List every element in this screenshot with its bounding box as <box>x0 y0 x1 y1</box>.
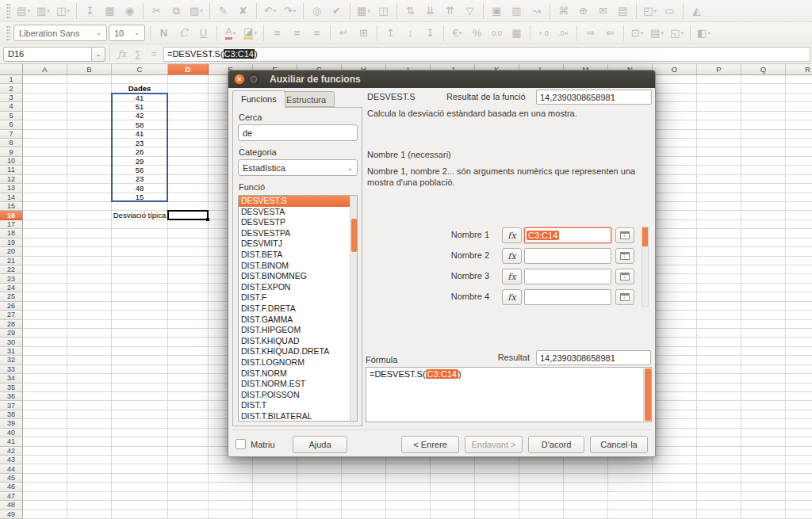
cell-C39[interactable] <box>112 419 168 428</box>
function-list-item[interactable]: DIST.KHIQUAD <box>239 336 357 347</box>
cell-B29[interactable] <box>67 329 112 338</box>
cell-O25[interactable] <box>653 292 697 301</box>
cell-R39[interactable] <box>786 419 812 428</box>
cell-C47[interactable] <box>112 492 168 501</box>
argument-input[interactable]: C3:C14 <box>524 227 611 243</box>
cell-A5[interactable] <box>23 112 67 120</box>
cell-C46[interactable] <box>112 483 168 491</box>
open-icon[interactable]: ▥▾ <box>34 2 52 20</box>
cell-A1[interactable] <box>23 75 67 84</box>
cell-R37[interactable] <box>786 401 812 410</box>
cell-A14[interactable] <box>23 193 67 202</box>
dropdown-arrow-icon[interactable]: ▾ <box>27 8 30 14</box>
cell-C30[interactable] <box>112 338 168 346</box>
cell-Q35[interactable] <box>741 384 786 392</box>
cell-Q13[interactable] <box>741 184 786 193</box>
cell-B15[interactable] <box>67 202 112 211</box>
cell-B21[interactable] <box>67 257 112 265</box>
cell-O39[interactable] <box>653 419 697 428</box>
cell-C21[interactable] <box>112 257 168 265</box>
cell-J48[interactable] <box>431 501 475 509</box>
cell-Q4[interactable] <box>741 102 786 111</box>
cell-D6[interactable] <box>168 120 209 129</box>
row-header-7[interactable]: 7 <box>0 130 23 139</box>
cell-Q33[interactable] <box>741 365 786 374</box>
toolbar-grip[interactable] <box>6 25 10 41</box>
cell-O41[interactable] <box>653 437 697 446</box>
row-header-13[interactable]: 13 <box>0 184 23 193</box>
cell-D34[interactable] <box>168 374 209 383</box>
cell-O1[interactable] <box>653 75 697 84</box>
decrease-indent-icon[interactable]: ⇐ <box>601 25 619 42</box>
cell-Q7[interactable] <box>741 130 786 139</box>
cell-D45[interactable] <box>168 474 209 483</box>
cell-C24[interactable] <box>112 284 168 292</box>
cell-O31[interactable] <box>653 347 697 356</box>
argument-input[interactable] <box>524 289 611 305</box>
cell-H46[interactable] <box>342 483 386 491</box>
cell-I46[interactable] <box>386 483 431 491</box>
cell-B39[interactable] <box>67 419 112 428</box>
cell-P45[interactable] <box>697 474 741 483</box>
name-box[interactable]: D16 <box>3 47 92 62</box>
print-icon[interactable]: ▦ <box>101 2 119 20</box>
cell-D17[interactable] <box>168 220 209 229</box>
cell-Q19[interactable] <box>741 239 786 247</box>
cell-D3[interactable] <box>168 93 209 102</box>
cell-C19[interactable] <box>112 239 168 247</box>
cell-A21[interactable] <box>23 257 67 265</box>
cell-P12[interactable] <box>697 175 741 184</box>
cell-K44[interactable] <box>475 464 519 473</box>
cell-Q41[interactable] <box>741 437 786 446</box>
cell-Q39[interactable] <box>741 419 786 428</box>
cell-Q24[interactable] <box>741 284 786 292</box>
cell-O48[interactable] <box>653 501 697 509</box>
dropdown-arrow-icon[interactable]: ▾ <box>680 30 684 36</box>
cell-A36[interactable] <box>23 392 67 401</box>
fx-button[interactable]: fx <box>502 248 522 264</box>
cell-K49[interactable] <box>475 510 519 519</box>
fx-button[interactable]: fx <box>502 269 522 284</box>
cell-Q45[interactable] <box>741 474 786 483</box>
cell-M45[interactable] <box>564 474 608 483</box>
cell-B13[interactable] <box>67 184 112 193</box>
cell-O47[interactable] <box>653 492 697 501</box>
cell-Q38[interactable] <box>741 410 786 419</box>
cell-N45[interactable] <box>608 474 653 483</box>
cell-Q9[interactable] <box>741 147 786 156</box>
cell-B24[interactable] <box>67 284 112 292</box>
cell-A47[interactable] <box>23 492 67 501</box>
cell-P34[interactable] <box>697 374 741 383</box>
cell-C12[interactable]: 23 <box>112 175 168 184</box>
filter-icon[interactable]: ▽ <box>461 2 479 20</box>
cell-R9[interactable] <box>786 147 812 156</box>
cell-N49[interactable] <box>608 510 653 519</box>
cell-C2[interactable]: Dades <box>112 84 168 93</box>
spelling-icon[interactable]: ✔ <box>327 2 346 20</box>
align-bottom-icon[interactable]: ↧ <box>421 25 439 42</box>
cell-C36[interactable] <box>112 392 168 401</box>
cell-C27[interactable] <box>112 311 168 319</box>
undo-icon[interactable]: ↶▾ <box>261 2 279 20</box>
cell-E44[interactable] <box>209 464 253 473</box>
cell-A41[interactable] <box>23 437 67 446</box>
cell-B22[interactable] <box>67 265 112 274</box>
underline-icon[interactable]: U <box>194 25 213 42</box>
cell-C33[interactable] <box>112 365 168 374</box>
cell-O24[interactable] <box>653 284 697 292</box>
scrollbar-thumb[interactable] <box>642 227 648 246</box>
cell-C23[interactable] <box>112 274 168 283</box>
cell-A19[interactable] <box>23 239 67 247</box>
cell-R28[interactable] <box>786 320 812 329</box>
cell-P46[interactable] <box>697 483 741 491</box>
cell-C43[interactable] <box>112 456 168 464</box>
cell-P8[interactable] <box>697 139 741 147</box>
cell-R30[interactable] <box>786 338 812 346</box>
row-header-31[interactable]: 31 <box>0 347 23 356</box>
cell-R40[interactable] <box>786 429 812 437</box>
cell-O8[interactable] <box>653 139 697 147</box>
row-header-17[interactable]: 17 <box>0 220 23 229</box>
column-header-B[interactable]: B <box>67 64 112 75</box>
dropdown-arrow-icon[interactable]: ▾ <box>661 30 664 36</box>
row-header-14[interactable]: 14 <box>0 193 23 202</box>
